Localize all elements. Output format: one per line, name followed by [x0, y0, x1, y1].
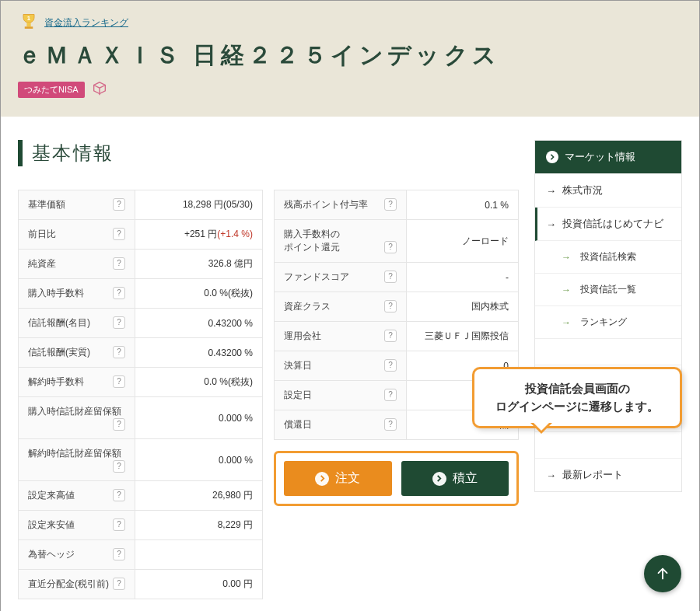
arrow-right-icon: → — [562, 252, 571, 263]
row-label: 純資産? — [19, 250, 135, 279]
help-icon[interactable]: ? — [384, 271, 397, 283]
sidebar-item[interactable]: →投資信託検索 — [535, 241, 681, 274]
help-icon[interactable]: ? — [384, 359, 397, 372]
svg-rect-0 — [26, 23, 30, 26]
sidebar-item-label: 投資信託一覧 — [580, 283, 636, 296]
row-label: 決算日? — [275, 351, 407, 381]
sidebar-item-label: ランキング — [580, 316, 627, 329]
sidebar-item-label: 投資信託はじめてナビ — [562, 217, 663, 231]
row-label: 資産クラス? — [275, 292, 407, 322]
trophy-icon: 1 — [18, 12, 40, 33]
row-value: 0.00 円 — [135, 570, 263, 599]
sidebar-item[interactable]: →ランキング — [535, 306, 681, 339]
help-icon[interactable]: ? — [384, 389, 397, 401]
help-icon[interactable]: ? — [113, 228, 125, 240]
row-value: 8,229 円 — [135, 511, 263, 540]
help-icon[interactable]: ? — [384, 300, 397, 312]
table-row: 設定来安値?8,229 円 — [19, 511, 263, 540]
sidebar-header-label: マーケット情報 — [565, 150, 635, 164]
row-label: 前日比? — [19, 220, 135, 250]
help-icon[interactable]: ? — [384, 330, 397, 342]
sidebar-item[interactable]: →株式市況 — [535, 174, 681, 208]
help-icon[interactable]: ? — [113, 316, 125, 329]
sidebar-item[interactable]: →最新レポート — [535, 459, 681, 491]
ranking-link[interactable]: 資金流入ランキング — [44, 16, 128, 30]
sidebar-item-label: 投資信託検索 — [580, 250, 636, 264]
table-row: 資産クラス?国内株式 — [275, 292, 519, 322]
row-label: 直近分配金(税引前)? — [19, 570, 135, 599]
table-row: 直近分配金(税引前)?0.00 円 — [19, 570, 263, 599]
action-button-row: 注文 積立 — [274, 451, 519, 506]
table-row: 前日比?+251 円(+1.4 %) — [19, 220, 263, 250]
side-menu: マーケット情報→株式市況→投資信託はじめてナビ→投資信託検索→投資信託一覧→ラン… — [534, 140, 682, 492]
table-row: 信託報酬(名目)?0.43200 % — [19, 309, 263, 338]
arrow-right-icon — [546, 151, 558, 163]
row-value: 国内株式 — [407, 292, 519, 322]
row-value: 0.43200 % — [135, 309, 263, 338]
order-button-label: 注文 — [335, 470, 360, 487]
sidebar-item[interactable]: →投資信託一覧 — [535, 274, 681, 306]
svg-rect-1 — [25, 26, 33, 29]
dice-icon — [91, 81, 108, 98]
sidebar-item-label: 最新レポート — [562, 468, 623, 482]
row-value: 0.000 % — [135, 397, 263, 439]
table-row: 購入時手数料?0.0 %(税抜) — [19, 279, 263, 309]
help-icon[interactable]: ? — [113, 418, 125, 431]
sidebar-header[interactable]: マーケット情報 — [535, 141, 681, 174]
help-icon[interactable]: ? — [113, 489, 125, 501]
table-row: 設定来高値?26,980 円 — [19, 481, 263, 511]
help-icon[interactable]: ? — [113, 287, 125, 299]
row-label: 購入時手数料? — [19, 279, 135, 309]
row-label: 償還日? — [275, 410, 407, 440]
table-row: 純資産?326.8 億円 — [19, 250, 263, 279]
row-label: 残高ポイント付与率? — [275, 190, 407, 220]
order-button[interactable]: 注文 — [284, 461, 392, 496]
row-value: ノーロード — [407, 220, 519, 263]
help-icon[interactable]: ? — [113, 548, 125, 560]
tsumitate-button[interactable]: 積立 — [401, 461, 509, 496]
row-label: 解約時信託財産留保額? — [19, 439, 135, 481]
row-label: 設定日? — [275, 381, 407, 410]
help-icon[interactable]: ? — [113, 257, 125, 270]
help-icon[interactable]: ? — [384, 241, 397, 253]
table-row: 運用会社?三菱ＵＦＪ国際投信 — [275, 322, 519, 351]
table-row: 解約時手数料?0.0 %(税抜) — [19, 368, 263, 397]
help-icon[interactable]: ? — [113, 460, 125, 473]
row-label: 基準価額? — [19, 190, 135, 220]
help-icon[interactable]: ? — [384, 198, 397, 211]
table-row: ファンドスコア?- — [275, 263, 519, 292]
tsumitate-button-label: 積立 — [453, 470, 478, 487]
help-icon[interactable]: ? — [113, 518, 125, 531]
arrow-right-icon: → — [562, 317, 571, 328]
svg-text:1: 1 — [27, 15, 31, 22]
arrow-right-icon: → — [546, 185, 556, 197]
help-icon[interactable]: ? — [113, 375, 125, 388]
row-label: 為替ヘッジ? — [19, 540, 135, 570]
scroll-top-button[interactable] — [644, 555, 681, 592]
table-row: 購入時信託財産留保額?0.000 % — [19, 397, 263, 439]
row-value: 0.0 %(税抜) — [135, 279, 263, 309]
help-icon[interactable]: ? — [113, 578, 125, 590]
nisa-tag: つみたてNISA — [18, 82, 85, 98]
row-label: 購入時信託財産留保額? — [19, 397, 135, 439]
section-title: 基本情報 — [18, 140, 519, 166]
row-value: 0.0 %(税抜) — [135, 368, 263, 397]
row-value — [135, 540, 263, 570]
product-title: ｅＭＡＸＩＳ 日経２２５インデックス — [18, 40, 682, 72]
table-row: 基準価額?18,298 円(05/30) — [19, 190, 263, 220]
row-label: 購入手数料のポイント還元? — [275, 220, 407, 263]
row-value: 0.43200 % — [135, 338, 263, 368]
help-icon[interactable]: ? — [113, 198, 125, 211]
login-tooltip: 投資信託会員画面の ログインページに遷移します。 — [472, 367, 682, 428]
sidebar-item[interactable]: →投資信託はじめてナビ — [535, 208, 681, 241]
arrow-right-icon: → — [546, 470, 556, 481]
row-value: 0.1 % — [407, 190, 519, 220]
help-icon[interactable]: ? — [113, 346, 125, 358]
row-label: 信託報酬(実質)? — [19, 338, 135, 368]
sidebar-item-label: 株式市況 — [562, 183, 603, 197]
arrow-right-icon: → — [562, 285, 571, 295]
arrow-right-icon: → — [546, 218, 556, 230]
row-value: - — [407, 263, 519, 292]
help-icon[interactable]: ? — [384, 418, 397, 431]
basic-info-table-left: 基準価額?18,298 円(05/30)前日比?+251 円(+1.4 %)純資… — [18, 190, 263, 599]
